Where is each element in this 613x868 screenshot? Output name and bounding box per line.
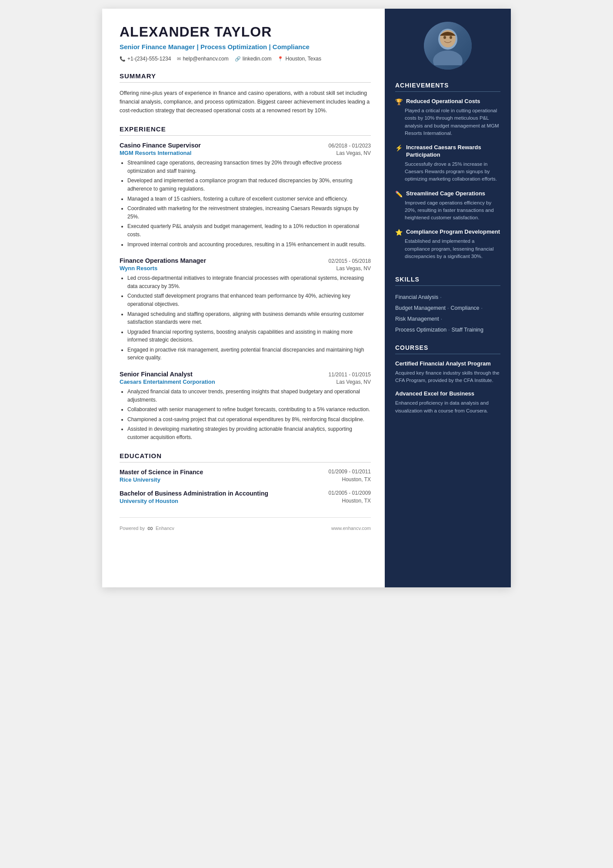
linkedin-icon: 🔗 [235,56,241,62]
contact-location: 📍 Houston, Texas [277,56,321,62]
bullet: Executed quarterly P&L analysis and budg… [127,222,371,238]
course-desc-2: Enhanced proficiency in data analysis an… [395,399,500,415]
skill-financial-analysis: Financial Analysis [395,292,438,303]
education-title: EDUCATION [120,452,371,462]
bullet: Engaged in proactive risk management, av… [127,346,371,362]
svg-point-4 [450,36,452,39]
skill-staff-training: Staff Training [452,325,483,335]
courses-title: COURSES [395,344,500,354]
education-section: EDUCATION Master of Science in Finance 0… [120,452,371,504]
avatar-image [424,22,472,70]
job-location-1: Las Vegas, NV [336,150,371,156]
job-dates-2: 02/2015 - 05/2018 [329,258,371,264]
achievements-section: ACHIEVEMENTS 🏆 Reduced Operational Costs… [385,82,511,267]
bullet: Analyzed financial data to uncover trend… [127,388,371,404]
skills-title: SKILLS [395,276,500,286]
job-company-3: Caesars Entertainment Corporation [120,379,215,385]
job-title-1: Casino Finance Supervisor [120,142,201,149]
achievement-title-4: Compliance Program Development [406,228,500,236]
right-column: ACHIEVEMENTS 🏆 Reduced Operational Costs… [385,9,511,587]
skill-risk-management: Risk Management [395,314,439,325]
edu-entry-2: Bachelor of Business Administration in A… [120,490,371,504]
experience-section: EXPERIENCE Casino Finance Supervisor 06/… [120,125,371,441]
skills-list: Financial Analysis · Budget Management ·… [395,292,500,335]
left-column: ALEXANDER TAYLOR Senior Finance Manager … [102,9,385,587]
skills-row-1: Financial Analysis · [395,292,500,303]
bullet: Led cross-departmental initiatives to in… [127,274,371,290]
bullet: Assisted in developing marketing strateg… [127,425,371,441]
bullet: Managed a team of 15 cashiers, fostering… [127,195,371,203]
achievement-desc-3: Improved cage operations efficiency by 2… [395,199,500,222]
bullet: Streamlined cage operations, decreasing … [127,159,371,175]
achievements-title: ACHIEVEMENTS [395,82,500,92]
enhancv-logo-icon: ∞ [147,524,153,533]
bullet: Improved internal controls and accountin… [127,241,371,249]
summary-title: SUMMARY [120,72,371,83]
svg-point-1 [433,50,463,65]
contact-row: 📞 +1-(234)-555-1234 ✉ help@enhancv.com 🔗… [120,56,371,62]
header-section: ALEXANDER TAYLOR Senior Finance Manager … [120,24,371,62]
svg-point-3 [443,36,446,39]
job-company-2: Wynn Resorts [120,265,157,271]
achievement-icon-3: ✏️ [395,191,403,198]
job-company-1: MGM Resorts International [120,150,191,156]
contact-phone: 📞 +1-(234)-555-1234 [120,56,171,62]
powered-by-text: Powered by [120,526,145,531]
edu-location-1: Houston, TX [342,476,371,483]
footer: Powered by ∞ Enhancv www.enhancv.com [120,517,371,533]
job-title-3: Senior Financial Analyst [120,371,193,378]
courses-section: COURSES Certified Financial Analyst Prog… [385,344,511,421]
candidate-title: Senior Finance Manager | Process Optimiz… [120,42,371,51]
experience-title: EXPERIENCE [120,125,371,136]
summary-section: SUMMARY Offering nine-plus years of expe… [120,72,371,115]
candidate-name: ALEXANDER TAYLOR [120,24,371,40]
job-bullets-1: Streamlined cage operations, decreasing … [120,159,371,248]
course-title-1: Certified Financial Analyst Program [395,360,500,368]
brand-name: Enhancv [156,526,174,531]
avatar-section [385,9,511,78]
skills-row-4: Process Optimization · Staff Training [395,325,500,335]
edu-location-2: Houston, TX [342,498,371,504]
contact-linkedin[interactable]: 🔗 linkedin.com [235,56,272,62]
skills-section: SKILLS Financial Analysis · Budget Manag… [385,276,511,335]
achievement-1: 🏆 Reduced Operational Costs Played a cri… [395,98,500,137]
edu-school-1: Rice University [120,476,160,483]
edu-dates-1: 01/2009 - 01/2011 [329,469,371,476]
summary-text: Offering nine-plus years of experience i… [120,89,371,115]
email-icon: ✉ [177,56,181,62]
skill-compliance: Compliance [451,303,480,314]
bullet: Developed and implemented a compliance p… [127,177,371,193]
job-entry-1: Casino Finance Supervisor 06/2018 - 01/2… [120,142,371,248]
job-bullets-2: Led cross-departmental initiatives to in… [120,274,371,362]
job-location-2: Las Vegas, NV [336,265,371,271]
bullet: Collaborated with senior management to r… [127,406,371,414]
job-title-2: Finance Operations Manager [120,257,206,264]
achievement-icon-1: 🏆 [395,98,403,105]
achievement-title-1: Reduced Operational Costs [406,98,480,105]
edu-degree-1: Master of Science in Finance [120,469,329,476]
achievement-desc-4: Established and implemented a compliance… [395,238,500,260]
contact-email: ✉ help@enhancv.com [177,56,228,62]
job-bullets-3: Analyzed financial data to uncover trend… [120,388,371,442]
achievement-icon-4: ⭐ [395,229,403,236]
edu-dates-2: 01/2005 - 01/2009 [329,490,371,497]
job-location-3: Las Vegas, NV [336,379,371,385]
phone-icon: 📞 [120,56,126,62]
achievement-desc-1: Played a critical role in cutting operat… [395,107,500,137]
job-dates-1: 06/2018 - 01/2023 [329,143,371,149]
edu-degree-2: Bachelor of Business Administration in A… [120,490,329,497]
skills-row-2: Budget Management · Compliance · [395,303,500,314]
achievement-4: ⭐ Compliance Program Development Establi… [395,228,500,260]
edu-school-2: University of Houston [120,498,178,504]
achievement-title-3: Streamlined Cage Operations [406,190,485,198]
bullet: Championed a cost-saving project that cu… [127,416,371,424]
course-1: Certified Financial Analyst Program Acqu… [395,360,500,384]
skill-budget-management: Budget Management [395,303,446,314]
achievement-desc-2: Successfully drove a 25% increase in Cae… [395,161,500,183]
footer-brand: Powered by ∞ Enhancv [120,524,174,533]
achievement-3: ✏️ Streamlined Cage Operations Improved … [395,190,500,222]
course-desc-1: Acquired key finance industry skills thr… [395,369,500,385]
achievement-title-2: Increased Caesars Rewards Participation [406,144,500,159]
skill-process-optimization: Process Optimization [395,325,446,335]
job-entry-2: Finance Operations Manager 02/2015 - 05/… [120,257,371,362]
